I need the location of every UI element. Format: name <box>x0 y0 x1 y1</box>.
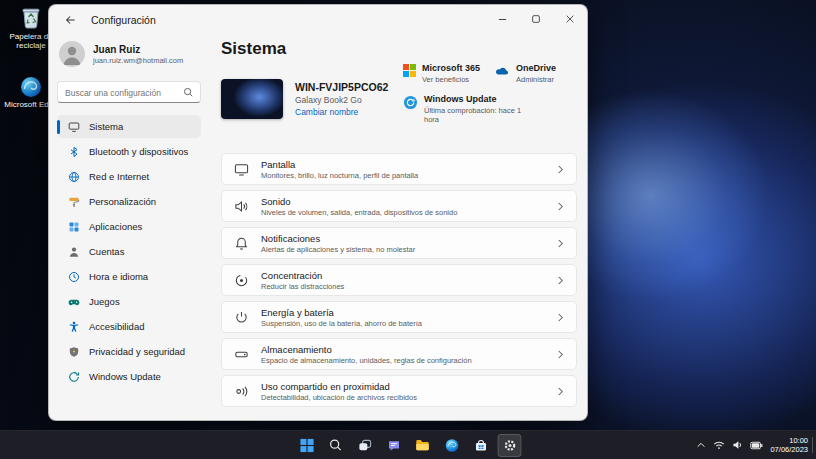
card-microsoft-365[interactable]: Microsoft 365 Ver beneficios <box>403 63 480 84</box>
device-image <box>221 79 283 119</box>
personalization-icon <box>67 195 80 208</box>
card-subtitle: Última comprobación: hace 1 hora <box>424 106 534 124</box>
sidebar-item-label: Accesibilidad <box>89 321 144 332</box>
user-profile[interactable]: Juan Ruiz juan.ruiz.wm@hotmail.com <box>57 37 201 71</box>
card-title: OneDrive <box>516 63 556 74</box>
card-onedrive[interactable]: OneDrive Administrar <box>494 63 556 84</box>
taskbar-clock[interactable]: 10:00 07/06/2023 <box>770 436 808 455</box>
close-button[interactable] <box>553 5 587 33</box>
device-model: Galaxy Book2 Go <box>295 94 388 106</box>
accounts-icon <box>67 245 80 258</box>
file-explorer-button[interactable] <box>411 434 435 457</box>
sidebar-item-label: Hora e idioma <box>89 271 148 282</box>
card-windows-update[interactable]: Windows Update Última comprobación: hace… <box>403 94 579 124</box>
start-button[interactable] <box>295 434 319 457</box>
sidebar-item-windows-update[interactable]: Windows Update <box>57 365 201 388</box>
row-energia-bateria[interactable]: Energía y batería Suspensión, uso de la … <box>221 301 577 333</box>
titlebar: Configuración <box>49 5 587 35</box>
user-email: juan.ruiz.wm@hotmail.com <box>93 56 183 65</box>
privacy-shield-icon <box>67 345 80 358</box>
settings-main: Sistema WIN-FVJIP5PCO62 Galaxy Book2 Go … <box>209 35 587 420</box>
tray-volume-icon[interactable] <box>732 440 743 450</box>
search-input[interactable] <box>58 83 190 103</box>
network-globe-icon <box>67 170 80 183</box>
chevron-right-icon <box>557 201 564 212</box>
row-title: Uso compartido en proximidad <box>261 381 417 392</box>
chevron-right-icon <box>557 349 564 360</box>
sidebar-item-bluetooth[interactable]: Bluetooth y dispositivos <box>57 140 201 163</box>
sidebar-item-personalizacion[interactable]: Personalización <box>57 190 201 213</box>
maximize-button[interactable] <box>519 5 553 33</box>
row-subtitle: Niveles de volumen, salida, entrada, dis… <box>261 208 457 217</box>
row-notificaciones[interactable]: Notificaciones Alertas de aplicaciones y… <box>221 227 577 259</box>
sidebar-item-label: Windows Update <box>89 371 161 382</box>
sidebar-item-label: Cuentas <box>89 246 124 257</box>
row-subtitle: Alertas de aplicaciones y sistema, no mo… <box>261 245 415 254</box>
show-desktop-button[interactable] <box>812 437 816 453</box>
row-pantalla[interactable]: Pantalla Monitores, brillo, luz nocturna… <box>221 153 577 185</box>
system-icon <box>67 120 80 133</box>
window-controls <box>485 5 587 33</box>
row-almacenamiento[interactable]: Almacenamiento Espacio de almacenamiento… <box>221 338 577 370</box>
edge-button[interactable] <box>440 434 464 457</box>
sidebar-item-label: Personalización <box>89 196 156 207</box>
sidebar-item-label: Privacidad y seguridad <box>89 346 185 357</box>
edge-icon <box>20 76 42 98</box>
search-box[interactable] <box>57 81 201 103</box>
selected-indicator <box>57 120 60 134</box>
row-concentracion[interactable]: Concentración Reducir las distracciones <box>221 264 577 296</box>
sidebar-item-label: Bluetooth y dispositivos <box>89 146 188 157</box>
sound-icon <box>234 199 249 214</box>
sidebar-item-aplicaciones[interactable]: Aplicaciones <box>57 215 201 238</box>
task-view-button[interactable] <box>353 434 377 457</box>
back-button[interactable] <box>57 9 83 31</box>
page-title: Sistema <box>221 39 286 59</box>
bluetooth-icon <box>67 145 80 158</box>
sidebar-item-cuentas[interactable]: Cuentas <box>57 240 201 263</box>
row-title: Concentración <box>261 270 344 281</box>
chevron-right-icon <box>557 238 564 249</box>
avatar <box>59 41 85 67</box>
store-button[interactable] <box>469 434 493 457</box>
device-info: WIN-FVJIP5PCO62 Galaxy Book2 Go Cambiar … <box>221 79 388 119</box>
row-uso-compartido[interactable]: Uso compartido en proximidad Detectabili… <box>221 375 577 407</box>
sidebar-item-label: Aplicaciones <box>89 221 142 232</box>
row-subtitle: Espacio de almacenamiento, unidades, reg… <box>261 356 472 365</box>
tray-chevron-up-icon[interactable] <box>696 441 706 449</box>
onedrive-icon <box>494 64 510 76</box>
rename-device-link[interactable]: Cambiar nombre <box>295 106 388 119</box>
sidebar-item-juegos[interactable]: Juegos <box>57 290 201 313</box>
power-icon <box>234 310 249 325</box>
chevron-right-icon <box>557 312 564 323</box>
settings-taskbar-button[interactable] <box>498 434 522 457</box>
row-sonido[interactable]: Sonido Niveles de volumen, salida, entra… <box>221 190 577 222</box>
tray-network-icon[interactable] <box>713 440 725 450</box>
settings-sidebar: Juan Ruiz juan.ruiz.wm@hotmail.com Siste… <box>49 35 209 420</box>
display-icon <box>234 162 249 177</box>
desktop: Papelera de reciclaje Microsoft Edge Con… <box>0 0 816 459</box>
taskbar: 10:00 07/06/2023 <box>0 430 816 459</box>
system-tray: 10:00 07/06/2023 <box>696 431 808 459</box>
chevron-right-icon <box>557 386 564 397</box>
taskbar-search-button[interactable] <box>324 434 348 457</box>
tray-battery-icon[interactable] <box>750 441 763 450</box>
windows-update-icon <box>67 370 80 383</box>
microsoft-365-icon <box>403 64 416 77</box>
sidebar-item-privacidad[interactable]: Privacidad y seguridad <box>57 340 201 363</box>
row-title: Notificaciones <box>261 233 415 244</box>
sidebar-item-accesibilidad[interactable]: Accesibilidad <box>57 315 201 338</box>
row-subtitle: Reducir las distracciones <box>261 282 344 291</box>
row-title: Pantalla <box>261 159 418 170</box>
recycle-bin-icon <box>20 6 42 30</box>
row-subtitle: Suspensión, uso de la batería, ahorro de… <box>261 319 422 328</box>
row-subtitle: Monitores, brillo, luz nocturna, perfil … <box>261 171 418 180</box>
settings-nav: Sistema Bluetooth y dispositivos Red e I… <box>57 115 201 388</box>
chat-button[interactable] <box>382 434 406 457</box>
focus-icon <box>234 273 249 288</box>
minimize-button[interactable] <box>485 5 519 33</box>
sidebar-item-hora-idioma[interactable]: Hora e idioma <box>57 265 201 288</box>
sidebar-item-sistema[interactable]: Sistema <box>57 115 201 138</box>
row-subtitle: Detectabilidad, ubicación de archivos re… <box>261 393 417 402</box>
row-title: Almacenamiento <box>261 344 472 355</box>
sidebar-item-red-internet[interactable]: Red e Internet <box>57 165 201 188</box>
